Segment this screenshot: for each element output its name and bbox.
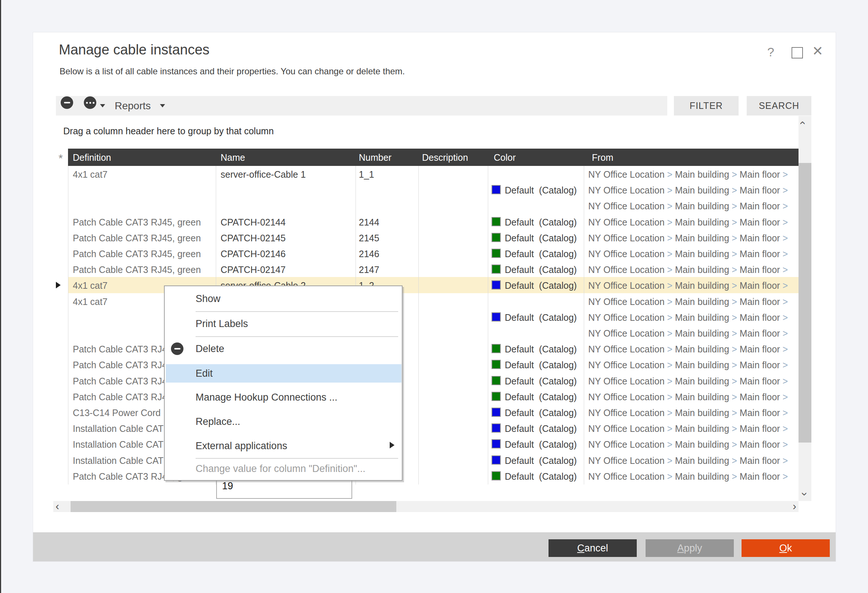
- breadcrumb-separator: >: [732, 408, 737, 418]
- menu-item-label: Edit: [196, 368, 213, 379]
- breadcrumb-separator: >: [732, 423, 737, 434]
- breadcrumb-separator: >: [732, 376, 737, 386]
- cell-number[interactable]: 2146: [359, 249, 379, 259]
- cell-color-label: Default (Catalog): [505, 455, 577, 466]
- color-swatch: [492, 455, 501, 464]
- cell-definition[interactable]: Patch Cable CAT3 RJ45, green: [73, 249, 211, 259]
- scroll-right-icon[interactable]: ›: [793, 501, 796, 511]
- breadcrumb-separator: >: [783, 201, 788, 211]
- cell-from: NY Office Location > Main building > Mai…: [588, 312, 799, 323]
- column-header-name[interactable]: Name: [221, 152, 245, 163]
- menu-item-show[interactable]: Show: [165, 290, 402, 308]
- menu-item-label: Manage Hookup Connections ...: [196, 392, 338, 403]
- menu-item-external-applications[interactable]: External applications: [165, 437, 402, 455]
- column-header-color[interactable]: Color: [494, 152, 516, 163]
- help-icon[interactable]: ?: [767, 45, 774, 59]
- horizontal-scrollbar-thumb[interactable]: [71, 501, 396, 512]
- menu-item-edit[interactable]: Edit: [166, 364, 402, 383]
- cell-color-label: Default (Catalog): [505, 217, 577, 228]
- breadcrumb-separator: >: [732, 185, 737, 195]
- column-header-definition[interactable]: Definition: [73, 152, 111, 163]
- column-header-from[interactable]: From: [592, 152, 613, 163]
- filter-button[interactable]: FILTER: [674, 96, 739, 115]
- grid-column-divider: [418, 166, 419, 485]
- maximize-icon[interactable]: [791, 47, 803, 59]
- breadcrumb-separator: >: [732, 249, 737, 259]
- cell-number[interactable]: 2144: [359, 217, 379, 228]
- cell-from: NY Office Location > Main building > Mai…: [588, 249, 799, 259]
- apply-button[interactable]: Apply: [645, 539, 734, 557]
- close-icon[interactable]: ✕: [812, 43, 823, 59]
- ellipsis-icon: [86, 102, 94, 104]
- vertical-scrollbar-thumb[interactable]: [799, 163, 811, 442]
- color-swatch: [492, 185, 501, 194]
- ok-button[interactable]: Ok: [741, 539, 830, 557]
- breadcrumb-separator: >: [667, 265, 672, 275]
- chevron-down-icon[interactable]: [100, 104, 105, 107]
- cell-number[interactable]: 2145: [359, 233, 379, 244]
- breadcrumb-separator: >: [667, 344, 672, 354]
- reports-menu[interactable]: Reports: [115, 100, 151, 112]
- cell-color-label: Default (Catalog): [505, 249, 577, 259]
- menu-separator: [196, 458, 398, 459]
- cancel-button[interactable]: Cancel: [549, 539, 637, 557]
- page-subtitle: Below is a list of all cable instances a…: [59, 66, 405, 77]
- delete-icon: [171, 343, 183, 355]
- more-actions-icon[interactable]: [84, 96, 96, 109]
- cell-definition[interactable]: 4x1 cat7: [73, 169, 211, 180]
- search-button[interactable]: SEARCH: [747, 96, 811, 115]
- breadcrumb-separator: >: [783, 169, 788, 179]
- cell-definition[interactable]: Patch Cable CAT3 RJ45, green: [73, 233, 211, 244]
- column-header-number[interactable]: Number: [359, 152, 391, 163]
- cell-color-label: Default (Catalog): [505, 185, 577, 196]
- scroll-down-icon[interactable]: ‹: [797, 492, 809, 496]
- color-swatch: [492, 439, 501, 448]
- horizontal-scrollbar[interactable]: ‹ ›: [53, 501, 799, 512]
- breadcrumb-separator: >: [732, 471, 737, 482]
- cell-color-label: Default (Catalog): [505, 408, 577, 418]
- cell-definition[interactable]: Patch Cable CAT3 RJ45, green: [73, 265, 211, 275]
- breadcrumb-separator: >: [732, 312, 737, 322]
- breadcrumb-separator: >: [667, 408, 672, 418]
- cell-definition[interactable]: Patch Cable CAT3 RJ45, green: [73, 217, 211, 228]
- menu-item-label: Delete: [196, 343, 224, 355]
- menu-item-print-labels[interactable]: Print Labels: [165, 315, 402, 333]
- breadcrumb-separator: >: [783, 233, 788, 243]
- submenu-arrow-icon: [390, 442, 394, 448]
- vertical-scrollbar[interactable]: ‹ ‹: [799, 116, 811, 501]
- color-swatch: [492, 344, 501, 353]
- breadcrumb-separator: >: [667, 217, 672, 227]
- column-header-description[interactable]: Description: [422, 152, 468, 163]
- cell-number[interactable]: 1_1: [359, 169, 374, 180]
- chevron-down-icon[interactable]: [160, 104, 165, 107]
- cell-from: NY Office Location > Main building > Mai…: [588, 439, 799, 450]
- scroll-up-icon[interactable]: ‹: [797, 121, 809, 125]
- scroll-left-icon[interactable]: ‹: [56, 501, 59, 511]
- grid-column-divider: [488, 166, 488, 485]
- cell-number[interactable]: 2147: [359, 265, 379, 275]
- cell-from: NY Office Location > Main building > Mai…: [588, 408, 799, 418]
- breadcrumb-separator: >: [783, 439, 788, 450]
- cell-from: NY Office Location > Main building > Mai…: [588, 360, 799, 370]
- menu-item-change-value-for-column-definition[interactable]: Change value for column "Definition"...: [165, 460, 402, 478]
- breadcrumb-separator: >: [783, 280, 788, 291]
- breadcrumb-separator: >: [783, 265, 788, 275]
- color-swatch: [492, 217, 501, 226]
- menu-item-replace[interactable]: Replace...: [165, 413, 402, 431]
- cell-color-label: Default (Catalog): [505, 265, 577, 275]
- breadcrumb-separator: >: [783, 360, 788, 370]
- delete-icon[interactable]: [61, 96, 73, 109]
- breadcrumb-separator: >: [783, 392, 788, 402]
- row-indicator-header: *: [53, 149, 68, 166]
- cell-color-label: Default (Catalog): [505, 344, 577, 355]
- cell-from: NY Office Location > Main building > Mai…: [588, 265, 799, 275]
- context-menu: ShowPrint LabelsDeleteEditManage Hookup …: [164, 285, 403, 481]
- color-swatch: [492, 312, 501, 321]
- menu-item-label: External applications: [196, 440, 287, 452]
- breadcrumb-separator: >: [667, 439, 672, 450]
- menu-item-delete[interactable]: Delete: [165, 340, 402, 358]
- breadcrumb-separator: >: [783, 249, 788, 259]
- menu-item-manage-hookup-connections[interactable]: Manage Hookup Connections ...: [165, 388, 402, 407]
- breadcrumb-separator: >: [667, 312, 672, 322]
- menu-item-label: Change value for column "Definition"...: [196, 463, 365, 475]
